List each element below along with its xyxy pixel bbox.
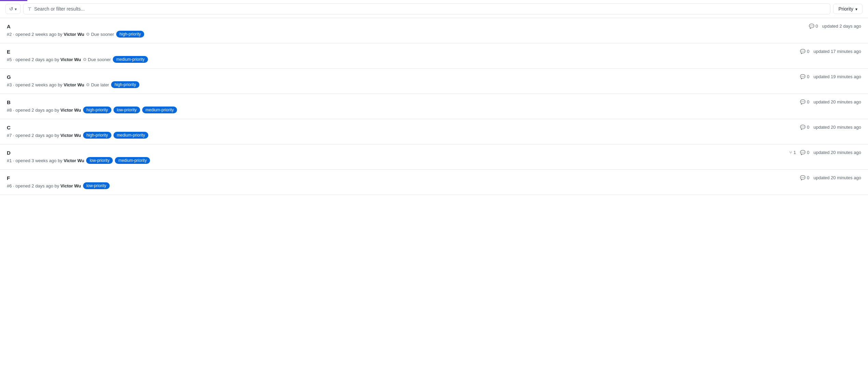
issue-right-issue-d: ⑂ 1💬 0updated 20 minutes ago	[783, 150, 861, 155]
issue-left-issue-e: E#5 · opened 2 days ago by Victor Wu⊙ Du…	[7, 49, 793, 63]
issue-right-issue-f: 💬 0updated 20 minutes ago	[793, 175, 861, 180]
updated-time: updated 20 minutes ago	[814, 125, 862, 130]
issue-right-issue-g: 💬 0updated 19 minutes ago	[793, 74, 861, 79]
issue-number: #6 · opened 2 days ago by Victor Wu	[7, 183, 81, 188]
issue-meta: #2 · opened 2 weeks ago by Victor Wu⊙ Du…	[7, 31, 800, 38]
comment-icon: 💬	[800, 74, 805, 79]
issue-left-issue-c: C#7 · opened 2 days ago by Victor Wuhigh…	[7, 125, 793, 139]
label-badge-medium-priority[interactable]: medium-priority	[115, 157, 150, 164]
comment-count: 💬 0	[809, 24, 818, 29]
issue-number: #2 · opened 2 weeks ago by Victor Wu	[7, 32, 84, 37]
comment-icon: 💬	[800, 175, 805, 180]
issue-author[interactable]: Victor Wu	[64, 82, 84, 87]
updated-time: updated 20 minutes ago	[814, 150, 862, 155]
pr-count: ⑂ 1	[789, 150, 796, 155]
history-icon: ↺	[9, 6, 13, 12]
issue-right-issue-c: 💬 0updated 20 minutes ago	[793, 125, 861, 130]
issue-meta: #5 · opened 2 days ago by Victor Wu⊙ Due…	[7, 56, 793, 63]
comment-count: 💬 0	[800, 49, 809, 54]
label-badge-low-priority[interactable]: low-priority	[86, 157, 113, 164]
issue-number: #7 · opened 2 days ago by Victor Wu	[7, 133, 81, 138]
due-tag: ⊙ Due sooner	[86, 32, 114, 37]
filter-icon: ⊤	[28, 6, 31, 12]
issue-right-issue-e: 💬 0updated 17 minutes ago	[793, 49, 861, 54]
due-tag: ⊙ Due later	[86, 82, 109, 87]
issue-right-issue-b: 💬 0updated 20 minutes ago	[793, 99, 861, 104]
loading-progress-bar	[0, 0, 27, 1]
issue-number: #8 · opened 2 days ago by Victor Wu	[7, 108, 81, 113]
toolbar: ↺ ⊤ Search or filter results... Priority	[0, 0, 868, 18]
label-badge-low-priority[interactable]: low-priority	[113, 107, 140, 113]
comment-icon: 💬	[800, 150, 805, 155]
issue-row: D#1 · opened 3 weeks ago by Victor Wulow…	[0, 144, 868, 170]
issue-meta: #6 · opened 2 days ago by Victor Wulow-p…	[7, 182, 793, 189]
comment-icon: 💬	[800, 99, 805, 104]
label-badge-medium-priority[interactable]: medium-priority	[113, 132, 149, 139]
issue-title[interactable]: D	[7, 150, 783, 156]
issue-title[interactable]: G	[7, 74, 793, 80]
comment-icon: 💬	[800, 125, 805, 130]
label-badge-medium-priority[interactable]: medium-priority	[142, 107, 177, 113]
issue-right-issue-a: 💬 0updated 2 days ago	[800, 24, 861, 29]
history-button[interactable]: ↺	[5, 4, 21, 14]
issue-number: #3 · opened 2 weeks ago by Victor Wu	[7, 82, 84, 87]
issue-meta: #1 · opened 3 weeks ago by Victor Wulow-…	[7, 157, 783, 164]
issue-author[interactable]: Victor Wu	[60, 108, 81, 113]
issue-title[interactable]: C	[7, 125, 793, 130]
issue-author[interactable]: Victor Wu	[60, 57, 81, 62]
clock-icon: ⊙	[83, 57, 86, 62]
comment-count: 💬 0	[800, 99, 809, 104]
issue-row: B#8 · opened 2 days ago by Victor Wuhigh…	[0, 94, 868, 119]
label-badge-high-priority[interactable]: high-priority	[111, 81, 139, 88]
issue-row: F#6 · opened 2 days ago by Victor Wulow-…	[0, 170, 868, 195]
search-placeholder: Search or filter results...	[34, 6, 85, 12]
comment-count: 💬 0	[800, 150, 809, 155]
issue-left-issue-f: F#6 · opened 2 days ago by Victor Wulow-…	[7, 175, 793, 189]
label-badge-high-priority[interactable]: high-priority	[116, 31, 145, 38]
issue-row: G#3 · opened 2 weeks ago by Victor Wu⊙ D…	[0, 69, 868, 94]
issue-list: A#2 · opened 2 weeks ago by Victor Wu⊙ D…	[0, 18, 868, 195]
issue-meta: #7 · opened 2 days ago by Victor Wuhigh-…	[7, 132, 793, 139]
issue-left-issue-b: B#8 · opened 2 days ago by Victor Wuhigh…	[7, 99, 793, 113]
search-filter-bar[interactable]: ⊤ Search or filter results...	[23, 3, 830, 14]
issue-title[interactable]: B	[7, 99, 793, 105]
label-badge-high-priority[interactable]: high-priority	[83, 107, 111, 113]
label-badge-medium-priority[interactable]: medium-priority	[113, 56, 148, 63]
issue-left-issue-a: A#2 · opened 2 weeks ago by Victor Wu⊙ D…	[7, 24, 800, 38]
issue-row: C#7 · opened 2 days ago by Victor Wuhigh…	[0, 119, 868, 144]
comment-count: 💬 0	[800, 125, 809, 130]
comment-count: 💬 0	[800, 74, 809, 79]
label-badge-high-priority[interactable]: high-priority	[83, 132, 111, 139]
issue-number: #1 · opened 3 weeks ago by Victor Wu	[7, 158, 84, 163]
issue-author[interactable]: Victor Wu	[60, 183, 81, 188]
issue-meta: #3 · opened 2 weeks ago by Victor Wu⊙ Du…	[7, 81, 793, 88]
issue-row: E#5 · opened 2 days ago by Victor Wu⊙ Du…	[0, 43, 868, 69]
updated-time: updated 2 days ago	[822, 24, 861, 29]
label-badge-low-priority[interactable]: low-priority	[83, 182, 110, 189]
issue-author[interactable]: Victor Wu	[64, 158, 84, 163]
updated-time: updated 20 minutes ago	[814, 175, 862, 180]
pr-icon: ⑂	[789, 150, 792, 155]
updated-time: updated 20 minutes ago	[814, 99, 862, 104]
clock-icon: ⊙	[86, 82, 90, 87]
priority-chevron-icon	[855, 6, 857, 12]
issue-left-issue-g: G#3 · opened 2 weeks ago by Victor Wu⊙ D…	[7, 74, 793, 88]
priority-sort-button[interactable]: Priority	[833, 4, 863, 14]
issue-title[interactable]: F	[7, 175, 793, 181]
issue-row: A#2 · opened 2 weeks ago by Victor Wu⊙ D…	[0, 18, 868, 43]
comment-icon: 💬	[800, 49, 805, 54]
history-chevron-icon	[15, 6, 17, 12]
updated-time: updated 17 minutes ago	[814, 49, 862, 54]
issue-title[interactable]: E	[7, 49, 793, 55]
issue-author[interactable]: Victor Wu	[64, 32, 84, 37]
issue-author[interactable]: Victor Wu	[60, 133, 81, 138]
due-tag: ⊙ Due sooner	[83, 57, 111, 62]
issue-title[interactable]: A	[7, 24, 800, 29]
updated-time: updated 19 minutes ago	[814, 74, 862, 79]
issue-meta: #8 · opened 2 days ago by Victor Wuhigh-…	[7, 107, 793, 113]
clock-icon: ⊙	[86, 32, 90, 37]
issue-left-issue-d: D#1 · opened 3 weeks ago by Victor Wulow…	[7, 150, 783, 164]
issue-number: #5 · opened 2 days ago by Victor Wu	[7, 57, 81, 62]
priority-label: Priority	[838, 6, 853, 12]
comment-count: 💬 0	[800, 175, 809, 180]
